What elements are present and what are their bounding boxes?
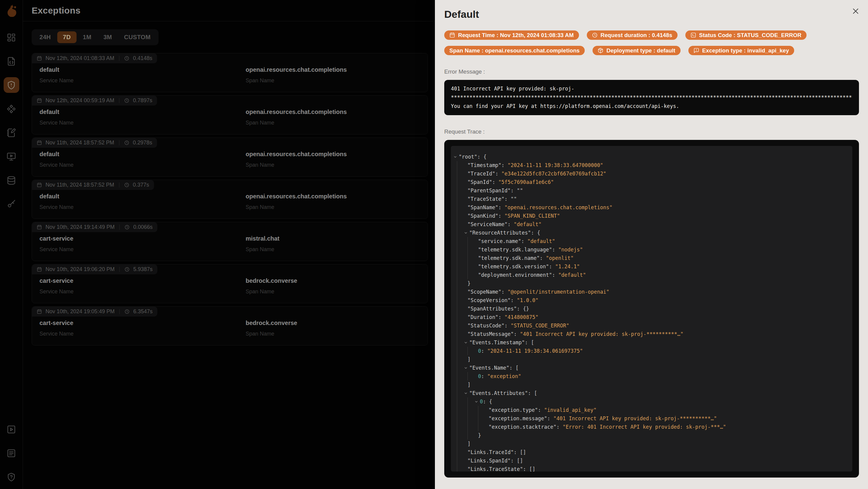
exception-service-value: default <box>39 66 246 73</box>
exceptions-list: Nov 12th, 2024 01:08:33 AM0.4148sdefault… <box>32 53 428 345</box>
exception-list-item[interactable]: Nov 10th, 2024 19:14:49 PM0.0066scart-se… <box>32 222 428 261</box>
trace-json-text: "StatusMessage": "401 Incorrect API key … <box>467 330 683 338</box>
trace-json-text: "exception.message": "401 Incorrect API … <box>489 414 717 423</box>
notebook-pen-icon <box>7 128 16 137</box>
error-message-line: ****************************************… <box>451 93 852 102</box>
calendar-icon <box>37 267 42 272</box>
message-square-warning-icon <box>693 48 699 53</box>
exception-service-value: default <box>39 193 246 200</box>
indent-guide <box>457 414 467 423</box>
trace-json-row: "exception.type": "invalid_api_key" <box>457 406 849 414</box>
trace-json-text: "Links.TraceState": [] <box>467 465 535 471</box>
sidebar-item-requests[interactable] <box>4 53 19 69</box>
badge-label: Status Code : STATUS_CODE_ERROR <box>699 32 802 39</box>
exception-service: defaultService Name <box>39 109 246 126</box>
exception-list-item[interactable]: Nov 10th, 2024 19:05:49 PM6.3547scart-se… <box>32 306 428 345</box>
calendar-icon <box>37 140 42 145</box>
indent-guide <box>467 245 478 254</box>
exception-list-item[interactable]: Nov 10th, 2024 19:06:20 PM5.9387scart-se… <box>32 264 428 303</box>
trace-json-row: "exception.stacktrace": "Error: 401 Inco… <box>457 423 849 431</box>
trace-json-text: "StatusCode": "STATUS_CODE_ERROR" <box>467 322 569 330</box>
sidebar-item-support[interactable] <box>4 469 19 485</box>
request-trace-label: Request Trace : <box>444 128 859 135</box>
exception-service-label: Service Name <box>39 120 246 126</box>
tab-24h[interactable]: 24H <box>34 31 57 43</box>
exception-service: defaultService Name <box>39 151 246 168</box>
exception-list-item[interactable]: Nov 11th, 2024 18:57:52 PM0.377sdefaultS… <box>32 180 428 219</box>
sidebar-item-dashboard[interactable] <box>4 30 19 45</box>
exception-date-chip: Nov 11th, 2024 18:57:52 PM0.377s <box>32 180 154 190</box>
indent-guide <box>457 372 467 380</box>
trace-json-row: ] <box>457 380 849 389</box>
exception-service-value: default <box>39 109 246 116</box>
chevron-down-icon[interactable] <box>474 397 480 406</box>
trace-json-row: "ScopeName": "@openlit/instrumentation-o… <box>457 287 849 296</box>
badge-label: Deployment type : default <box>607 47 675 54</box>
exception-date: Nov 10th, 2024 19:05:49 PM <box>45 308 115 315</box>
calendar-icon <box>37 309 42 314</box>
chevron-down-icon[interactable] <box>453 153 459 161</box>
indent-guide <box>457 465 467 471</box>
trace-json-row: "SpanKind": "SPAN_KIND_CLIENT" <box>457 212 849 220</box>
trace-json-row: "root": { <box>457 153 849 161</box>
indent-guide <box>478 423 489 431</box>
shield-question-icon <box>7 472 16 482</box>
chevron-down-icon[interactable] <box>464 228 469 237</box>
trace-json-row: } <box>457 431 849 439</box>
detail-badge: Exception type : invalid_api_key <box>688 46 794 55</box>
exception-list-item[interactable]: Nov 12th, 2024 00:59:19 AM0.7897sdefault… <box>32 95 428 134</box>
exception-service-value: cart-service <box>39 319 246 327</box>
database-icon <box>7 176 16 185</box>
tab-7d[interactable]: 7D <box>57 31 76 43</box>
calendar-icon <box>450 32 455 38</box>
trace-json-text: 0: "2024-11-11 19:38:34.061697375" <box>478 347 583 355</box>
sidebar-item-api-keys[interactable] <box>4 196 19 212</box>
trace-json-row: "exception.message": "401 Incorrect API … <box>457 414 849 423</box>
exception-span-value: openai.resources.chat.completions <box>246 66 428 73</box>
exception-service: defaultService Name <box>39 193 246 210</box>
indent-guide <box>457 330 467 338</box>
trace-json-row: "telemetry.sdk.name": "openlit" <box>457 254 849 262</box>
tab-3m[interactable]: 3M <box>98 31 118 43</box>
trace-json-row: "ParentSpanId": "" <box>457 186 849 195</box>
indent-guide <box>457 313 467 322</box>
sidebar-item-prompts[interactable] <box>4 125 19 141</box>
shield-alert-icon <box>7 81 16 90</box>
chevron-down-icon[interactable] <box>464 389 469 397</box>
indent-guide <box>467 372 478 380</box>
openlit-flame-icon[interactable] <box>5 3 18 18</box>
exception-date-chip: Nov 12th, 2024 00:59:19 AM0.7897s <box>32 96 157 105</box>
exception-duration: 5.9387s <box>133 266 153 273</box>
tab-custom[interactable]: CUSTOM <box>119 31 156 43</box>
trace-json-text: "telemetry.sdk.language": "nodejs" <box>478 245 583 254</box>
exception-date: Nov 12th, 2024 00:59:19 AM <box>45 97 114 104</box>
sidebar-item-database[interactable] <box>4 173 19 188</box>
trace-json-text: } <box>467 279 470 287</box>
trace-json-row: "Events.Timestamp": [ <box>457 338 849 347</box>
chevron-down-icon[interactable] <box>464 364 469 372</box>
exception-list-item[interactable]: Nov 11th, 2024 18:57:52 PM0.2978sdefault… <box>32 137 428 177</box>
sidebar-item-docs[interactable] <box>4 445 19 461</box>
clock-icon <box>124 56 129 61</box>
chip-divider <box>119 267 120 272</box>
indent-guide <box>457 296 467 305</box>
close-icon[interactable] <box>851 7 860 16</box>
trace-json-text: "ResourceAttributes": { <box>469 228 540 237</box>
exception-date-chip: Nov 10th, 2024 19:14:49 PM0.0066s <box>32 222 157 232</box>
exception-list-item[interactable]: Nov 12th, 2024 01:08:33 AM0.4148sdefault… <box>32 53 428 92</box>
exception-span-value: mistral.chat <box>246 235 428 242</box>
trace-json-text: "deployment.environment": "default" <box>478 271 586 279</box>
tab-1m[interactable]: 1M <box>77 31 97 43</box>
indent-guide <box>457 347 467 355</box>
chevron-down-icon[interactable] <box>464 338 469 347</box>
sidebar-item-exceptions[interactable] <box>4 77 19 93</box>
exception-span: openai.resources.chat.completionsSpan Na… <box>246 151 428 168</box>
sidebar-item-integrations[interactable] <box>4 101 19 117</box>
indent-guide <box>467 423 478 431</box>
indent-guide <box>457 254 467 262</box>
trace-json-text: "ScopeName": "@openlit/instrumentation-o… <box>467 287 610 296</box>
trace-json-row: "StatusMessage": "401 Incorrect API key … <box>457 330 849 338</box>
sidebar-item-playground[interactable] <box>4 149 19 164</box>
component-icon <box>7 104 16 114</box>
sidebar-item-getting-started[interactable] <box>4 422 19 437</box>
